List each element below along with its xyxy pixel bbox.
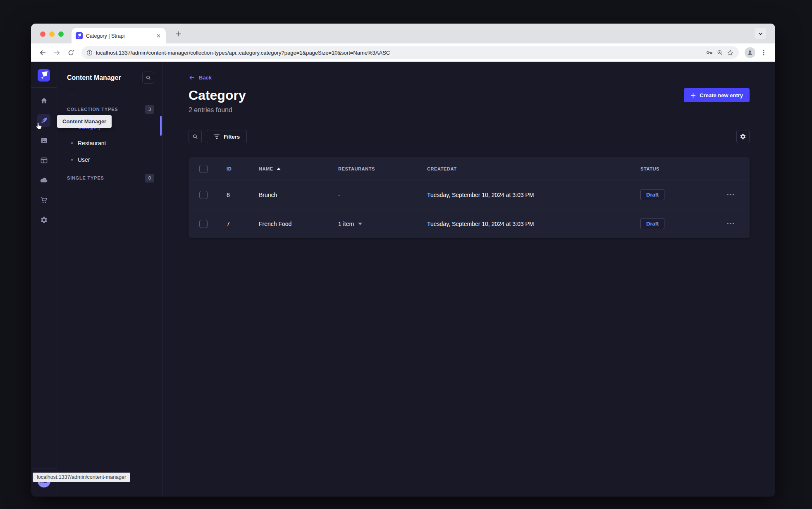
back-link[interactable]: Back <box>189 74 212 81</box>
page-title: Category <box>189 87 246 103</box>
new-tab-button[interactable] <box>173 29 183 39</box>
row-actions-kebab-icon[interactable] <box>725 218 736 230</box>
window-controls <box>40 31 64 37</box>
strapi-app: KD Content Manager COLLECTION TYPES 3 <box>31 62 775 497</box>
strapi-logo[interactable] <box>38 69 50 82</box>
create-new-entry-button[interactable]: Create new entry <box>684 88 750 102</box>
sidebar-item-restaurant[interactable]: Restaurant <box>67 135 154 151</box>
tab-search-chevron-icon[interactable] <box>755 28 766 39</box>
table-header-row: ID NAME RESTAURANTS CREATEDAT STATUS <box>189 157 750 180</box>
row-checkbox[interactable] <box>199 220 208 228</box>
main-content: Back Category Create new entry 2 entries… <box>163 62 775 497</box>
tab-title: Category | Strapi <box>86 33 152 39</box>
panel-scrollbar-thumb[interactable] <box>160 116 162 136</box>
cell-createdat: Tuesday, September 10, 2024 at 3:03 PM <box>419 221 632 227</box>
link-status-bar: localhost:1337/admin/content-manager <box>33 473 130 482</box>
panel-divider <box>67 94 77 94</box>
plus-icon <box>690 93 696 98</box>
browser-menu-kebab-icon[interactable] <box>758 47 769 58</box>
site-info-icon[interactable] <box>86 50 93 56</box>
single-types-label: SINGLE TYPES <box>67 175 104 180</box>
filter-icon <box>214 134 220 139</box>
cell-id: 7 <box>218 221 251 227</box>
cell-id: 8 <box>218 192 251 198</box>
single-types-count: 0 <box>145 174 154 182</box>
select-all-checkbox[interactable] <box>199 165 208 173</box>
bullet-icon <box>71 159 73 161</box>
reload-icon[interactable] <box>65 47 76 58</box>
bookmark-star-icon[interactable] <box>727 49 734 56</box>
entries-count: 2 entries found <box>189 105 750 115</box>
rail-bottom-divider <box>31 468 57 469</box>
media-library-icon[interactable] <box>37 134 50 147</box>
entries-table: ID NAME RESTAURANTS CREATEDAT STATUS 8 B… <box>189 157 750 238</box>
marketplace-cart-icon[interactable] <box>37 193 50 206</box>
cell-restaurants[interactable]: 1 item <box>330 221 419 227</box>
content-manager-tooltip: Content Manager <box>57 115 112 128</box>
mouse-cursor-hand <box>36 122 43 130</box>
rail-divider <box>31 87 57 88</box>
content-manager-icon[interactable] <box>37 114 50 127</box>
main-nav-rail: KD <box>31 62 57 497</box>
password-key-icon[interactable] <box>706 49 713 56</box>
tab-close-icon[interactable] <box>155 33 162 39</box>
row-actions-kebab-icon[interactable] <box>725 189 736 201</box>
chevron-down-icon <box>358 223 362 225</box>
filters-button[interactable]: Filters <box>207 130 247 143</box>
browser-window: Category | Strapi <box>31 24 775 497</box>
cell-name: Brunch <box>251 192 330 198</box>
content-type-builder-icon[interactable] <box>37 154 50 167</box>
table-row[interactable]: 8 Brunch - Tuesday, September 10, 2024 a… <box>189 180 750 209</box>
desktop: Category | Strapi <box>0 0 812 509</box>
panel-title: Content Manager <box>67 74 121 82</box>
status-badge: Draft <box>640 218 664 229</box>
tab-strip: Category | Strapi <box>31 24 775 43</box>
browser-profile-avatar[interactable] <box>745 47 755 58</box>
home-icon[interactable] <box>37 94 50 107</box>
cell-name: French Food <box>251 221 330 227</box>
cloud-deploy-icon[interactable] <box>37 173 50 187</box>
header-restaurants: RESTAURANTS <box>330 166 419 171</box>
sidebar-item-user[interactable]: User <box>67 151 154 168</box>
collection-types-label: COLLECTION TYPES <box>67 107 118 112</box>
sort-ascending-icon <box>277 168 281 170</box>
browser-toolbar: localhost:1337/admin/content-manager/col… <box>31 43 775 62</box>
collection-types-count: 3 <box>145 105 154 114</box>
back-nav-icon[interactable] <box>37 47 48 58</box>
fullscreen-window-button[interactable] <box>58 31 64 37</box>
header-status: STATUS <box>632 166 716 171</box>
url-bar[interactable]: localhost:1337/admin/content-manager/col… <box>81 46 739 59</box>
table-row[interactable]: 7 French Food 1 item Tuesday, September … <box>189 209 750 238</box>
browser-tab[interactable]: Category | Strapi <box>72 28 166 43</box>
cell-createdat: Tuesday, September 10, 2024 at 3:03 PM <box>419 192 632 198</box>
table-settings-gear-icon[interactable] <box>736 130 750 143</box>
strapi-favicon <box>76 32 83 39</box>
header-createdat: CREATEDAT <box>419 166 632 171</box>
header-id: ID <box>218 166 251 171</box>
status-badge: Draft <box>640 189 664 200</box>
url-text[interactable]: localhost:1337/admin/content-manager/col… <box>96 50 702 56</box>
forward-nav-icon[interactable] <box>51 47 62 58</box>
header-name[interactable]: NAME <box>251 166 330 171</box>
close-window-button[interactable] <box>40 31 45 37</box>
panel-search-icon[interactable] <box>142 72 154 84</box>
zoom-in-icon[interactable] <box>716 49 724 56</box>
settings-gear-icon[interactable] <box>37 213 50 226</box>
table-search-icon[interactable] <box>189 130 202 143</box>
minimize-window-button[interactable] <box>49 31 55 37</box>
bullet-icon <box>71 142 73 144</box>
cell-restaurants: - <box>330 192 419 198</box>
row-checkbox[interactable] <box>199 191 208 199</box>
